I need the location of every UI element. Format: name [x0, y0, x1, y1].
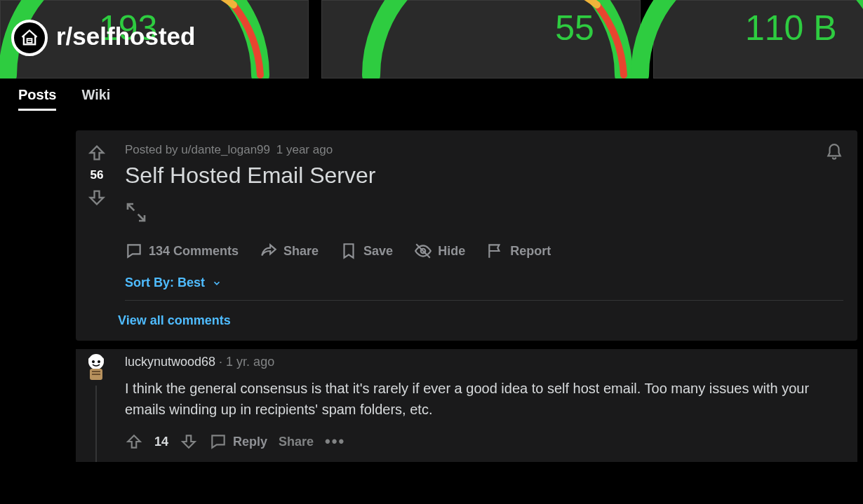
divider — [125, 300, 843, 301]
svg-point-7 — [92, 360, 95, 363]
hide-label: Hide — [438, 244, 465, 259]
comment-age: 1 yr. ago — [226, 355, 274, 369]
comment-meta: luckynutwood68 · 1 yr. ago — [125, 355, 829, 369]
tab-wiki[interactable]: Wiki — [81, 83, 110, 111]
post-byline: Posted by u/dante_logan99 1 year ago — [125, 143, 843, 157]
reply-button[interactable]: Reply — [209, 433, 267, 451]
subreddit-banner: 193 55 110 B r/selfhosted — [0, 0, 863, 79]
comment-icon — [125, 242, 143, 260]
gauge-card: 110 B — [653, 0, 863, 79]
reply-label: Reply — [233, 435, 267, 449]
svg-point-6 — [100, 357, 104, 362]
save-label: Save — [363, 244, 393, 259]
report-button[interactable]: Report — [486, 242, 551, 260]
gauge-value: 110 B — [745, 8, 837, 48]
comments-label: 134 Comments — [149, 244, 239, 259]
report-label: Report — [510, 244, 551, 259]
comment-action-row: 14 Reply Share ••• — [125, 433, 829, 451]
bell-icon[interactable] — [825, 143, 843, 161]
comment-icon — [209, 433, 227, 451]
hide-button[interactable]: Hide — [414, 242, 465, 260]
bookmark-icon — [340, 242, 358, 260]
svg-point-8 — [98, 360, 100, 363]
comment-author-link[interactable]: luckynutwood68 — [125, 355, 215, 369]
post-score: 56 — [91, 168, 104, 182]
subreddit-tabs: Posts Wiki — [0, 83, 863, 111]
gauge-card: 55 — [321, 0, 641, 79]
share-label: Share — [283, 244, 319, 259]
meta-sep: · — [215, 355, 226, 369]
sort-label: Sort By: Best — [125, 275, 205, 290]
chevron-down-icon — [212, 278, 222, 288]
upvote-icon[interactable] — [125, 433, 143, 451]
post-author-link[interactable]: u/dante_logan99 — [181, 143, 270, 156]
expand-icon[interactable] — [125, 201, 147, 224]
avatar[interactable] — [81, 352, 111, 381]
thread-line[interactable] — [95, 386, 97, 462]
svg-point-5 — [88, 357, 93, 362]
post-age: 1 year ago — [276, 143, 333, 156]
home-server-icon — [20, 28, 39, 48]
subreddit-icon[interactable] — [11, 20, 48, 56]
downvote-icon[interactable] — [87, 188, 107, 207]
save-button[interactable]: Save — [340, 242, 393, 260]
upvote-icon[interactable] — [87, 143, 107, 163]
share-icon — [260, 242, 278, 260]
svg-rect-0 — [27, 39, 32, 43]
subreddit-name[interactable]: r/selfhosted — [56, 22, 195, 50]
view-all-comments-link[interactable]: View all comments — [118, 313, 231, 328]
comments-button[interactable]: 134 Comments — [125, 242, 239, 260]
comment-text: I think the general consensus is that it… — [125, 378, 829, 420]
sort-dropdown[interactable]: Sort By: Best — [125, 275, 843, 290]
svg-point-4 — [88, 354, 104, 369]
hide-icon — [414, 242, 432, 260]
posted-by-label: Posted by — [125, 143, 181, 156]
share-button[interactable]: Share — [260, 242, 319, 260]
vote-column: 56 — [76, 130, 118, 341]
flag-icon — [486, 242, 504, 260]
tab-posts[interactable]: Posts — [18, 83, 56, 111]
comment-share-button[interactable]: Share — [279, 435, 314, 449]
downvote-icon[interactable] — [180, 433, 198, 451]
post-title: Self Hosted Email Server — [125, 163, 843, 189]
more-icon[interactable]: ••• — [325, 433, 345, 451]
post-card: 56 Posted by u/dante_logan99 1 year ago … — [76, 130, 857, 341]
comment-score: 14 — [154, 435, 168, 449]
post-action-row: 134 Comments Share Save Hide Report — [125, 242, 843, 260]
comment: luckynutwood68 · 1 yr. ago I think the g… — [76, 349, 857, 462]
